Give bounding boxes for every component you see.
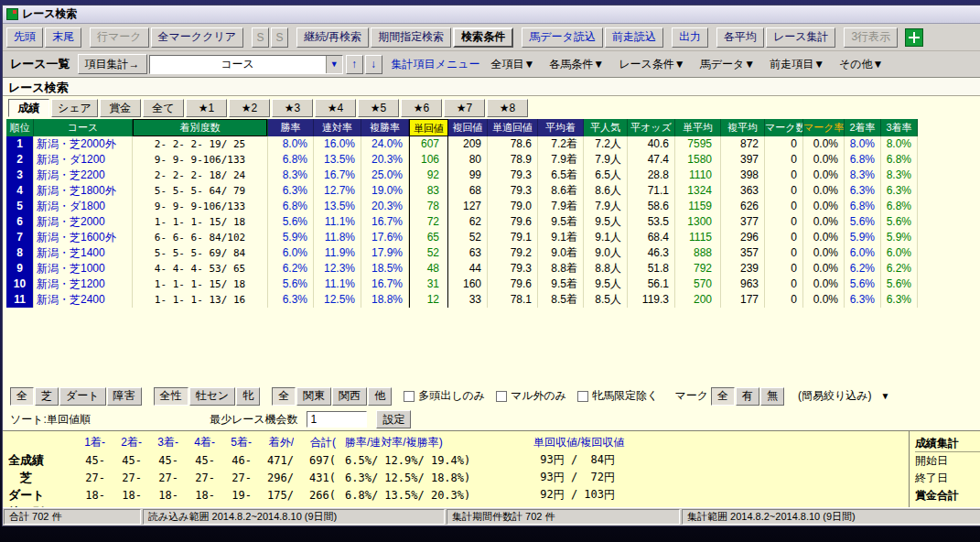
header-rentai-rate[interactable]: 連対率 (314, 119, 361, 136)
region-other-button[interactable]: 他 (368, 387, 392, 406)
row-mark-button[interactable]: 行マーク (90, 27, 149, 48)
table-row[interactable]: 6 新潟・芝2000 1- 1- 1- 15/ 18 5.6% 11.1% 16… (6, 214, 980, 230)
table-row[interactable]: 9 新潟・芝1000 4- 4- 4- 53/ 65 6.2% 12.3% 18… (6, 261, 980, 276)
course-cell: 新潟・芝1800外 (34, 183, 133, 199)
table-row[interactable]: 1 新潟・芝2000外 2- 2- 2- 19/ 25 8.0% 16.0% 2… (6, 136, 980, 152)
sex-all-button[interactable]: 全性 (154, 387, 188, 406)
tab-star4[interactable]: ★4 (315, 99, 356, 117)
summary-rates-cell: 6.8%/ 13.5%/ 20.3%) (336, 489, 519, 502)
header-mark-rate[interactable]: マーク率 (803, 119, 845, 136)
header-finish-counts[interactable]: 着別度数 (133, 119, 268, 136)
last-button[interactable]: 末尾 (45, 27, 81, 48)
menu-horse-data[interactable]: 馬データ▼ (700, 57, 755, 72)
chevron-down-icon[interactable]: ▼ (326, 56, 342, 73)
tab-star1[interactable]: ★1 (186, 99, 227, 117)
menu-previous-run-items[interactable]: 前走項目▼ (770, 57, 824, 72)
first-button[interactable]: 先頭 (6, 27, 43, 48)
sex-male-button[interactable]: 牡セン (189, 387, 236, 406)
surface-dirt-button[interactable]: ダート (59, 387, 106, 406)
averages-button[interactable]: 各平均 (716, 27, 764, 48)
search-conditions-button[interactable]: 検索条件 (453, 27, 513, 48)
table-row[interactable]: 4 新潟・芝1800外 5- 5- 5- 64/ 79 6.3% 12.7% 1… (6, 183, 980, 199)
down-arrow-button[interactable]: ↓ (365, 55, 382, 74)
table-row[interactable]: 3 新潟・芝2200 2- 2- 2- 18/ 24 8.3% 16.7% 25… (6, 168, 980, 183)
header-avg-popularity[interactable]: 平人気 (584, 119, 628, 136)
region-east-button[interactable]: 関東 (296, 387, 331, 406)
tab-share[interactable]: シェア (51, 99, 98, 117)
tab-star3[interactable]: ★3 (272, 99, 313, 117)
tab-star8[interactable]: ★8 (487, 99, 528, 117)
header-course[interactable]: コース (34, 119, 133, 136)
header-mark-count[interactable]: マーク数 (765, 119, 803, 136)
tab-star5[interactable]: ★5 (358, 99, 399, 117)
surface-all-button[interactable]: 全 (10, 387, 34, 406)
surface-turf-button[interactable]: 芝 (35, 387, 59, 406)
menu-all-items[interactable]: 全項目▼ (490, 57, 534, 72)
continue-research-button[interactable]: 継続/再検索 (296, 27, 369, 48)
clear-all-marks-button[interactable]: 全マーククリア (151, 27, 243, 48)
region-all-button[interactable]: 全 (272, 387, 296, 406)
table-row[interactable]: 2 新潟・ダ1200 9- 9- 9-106/133 6.8% 13.5% 20… (6, 152, 980, 168)
tab-star6[interactable]: ★6 (401, 99, 442, 117)
header-second-rate[interactable]: 2着率 (845, 119, 881, 136)
tanteki-value-cell: 78.1 (488, 292, 538, 308)
item-aggregate-button[interactable]: 項目集計→ (78, 54, 147, 74)
mark-yes-button[interactable]: 有 (736, 387, 759, 406)
table-row[interactable]: 10 新潟・芝1200 1- 1- 1- 15/ 18 5.6% 11.1% 1… (6, 276, 980, 292)
header-fukusho-rate[interactable]: 複勝率 (361, 119, 409, 136)
up-arrow-button[interactable]: ↑ (346, 55, 363, 74)
third-rate-cell: 6.0% (881, 245, 918, 261)
header-avg-odds[interactable]: 平オッズ (628, 119, 675, 136)
tab-results[interactable]: 成績 (8, 99, 49, 117)
header-tan-average[interactable]: 単平均 (675, 119, 721, 136)
previous-run-load-button[interactable]: 前走読込 (605, 27, 663, 48)
tab-star7[interactable]: ★7 (444, 99, 485, 117)
horse-data-load-button[interactable]: 馬データ読込 (522, 27, 603, 48)
three-row-view-button[interactable]: 3行表示 (844, 27, 898, 48)
header-rank[interactable]: 順位 (6, 119, 34, 136)
table-row[interactable]: 8 新潟・芝1400 5- 5- 5- 69/ 84 6.0% 11.9% 17… (6, 245, 980, 261)
menu-race-conditions[interactable]: レース条件▼ (619, 57, 684, 72)
multi-entry-checkbox[interactable] (404, 391, 415, 402)
header-fuku-average[interactable]: 複平均 (721, 119, 765, 136)
tan-average-cell: 792 (675, 261, 721, 276)
title-bar[interactable]: レース検索 (3, 5, 980, 24)
header-tankai-value[interactable]: 単回値 (409, 119, 448, 136)
grid-view-icon[interactable] (905, 28, 923, 47)
aggregate-item-select[interactable]: コース ▼ (149, 55, 343, 74)
settings-button[interactable]: 設定 (376, 410, 411, 428)
period-search-button[interactable]: 期間指定検索 (371, 27, 451, 48)
race-aggregate-button[interactable]: レース集計 (766, 27, 836, 48)
surface-jump-button[interactable]: 障害 (107, 387, 142, 406)
menu-others[interactable]: その他▼ (839, 57, 883, 72)
avg-odds-cell: 46.3 (628, 245, 675, 261)
s-button-2[interactable]: S (271, 27, 288, 48)
tab-star2[interactable]: ★2 (229, 99, 270, 117)
table-row[interactable]: 11 新潟・芝2400 1- 1- 1- 13/ 16 6.3% 12.5% 1… (6, 292, 980, 308)
header-avg-finish[interactable]: 平均着 (538, 119, 584, 136)
header-third-rate[interactable]: 3着率 (881, 119, 918, 136)
race-list-label[interactable]: レース一覧 (10, 56, 70, 72)
quick-filter-chevron-icon[interactable]: ▼ (881, 391, 890, 401)
aggregate-menu-link[interactable]: 集計項目メニュー (392, 57, 480, 72)
table-row[interactable]: 7 新潟・芝1600外 6- 6- 6- 84/102 5.9% 11.8% 1… (6, 230, 980, 245)
summary-header-1st: 1着- (69, 435, 105, 450)
header-win-rate[interactable]: 勝率 (268, 119, 314, 136)
tab-all[interactable]: 全て (143, 99, 184, 117)
summary-2nd-cell: 45- (105, 454, 142, 467)
header-fukukai-value[interactable]: 複回値 (448, 119, 488, 136)
s-button-1[interactable]: S (252, 27, 269, 48)
sex-female-button[interactable]: 牝 (236, 387, 260, 406)
header-tanteki-value[interactable]: 単適回値 (488, 119, 538, 136)
output-button[interactable]: 出力 (672, 27, 708, 48)
region-west-button[interactable]: 関西 (332, 387, 367, 406)
exclude-fillies-checkbox[interactable] (577, 391, 588, 402)
menu-horse-conditions[interactable]: 各馬条件▼ (549, 57, 604, 72)
tab-prize[interactable]: 賞金 (100, 99, 141, 117)
table-row[interactable]: 5 新潟・ダ1800 9- 9- 9-106/133 6.8% 13.5% 20… (6, 199, 980, 214)
min-race-count-input[interactable] (307, 411, 367, 428)
mark-all-button[interactable]: 全 (711, 387, 735, 406)
foreign-only-checkbox[interactable] (496, 391, 507, 402)
quick-filter-label[interactable]: (簡易絞り込み) (798, 388, 872, 404)
mark-no-button[interactable]: 無 (760, 387, 784, 406)
